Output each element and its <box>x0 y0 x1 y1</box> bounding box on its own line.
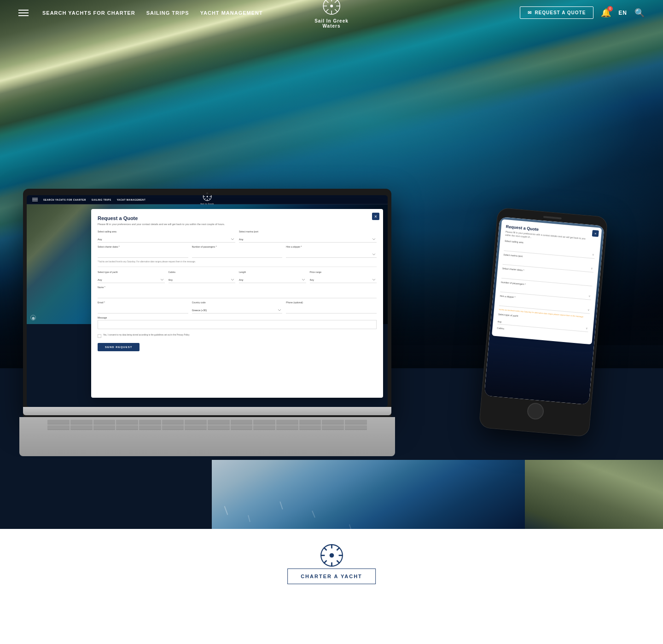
notification-badge: 0 <box>607 6 613 12</box>
modal-description: Please fill in your preferences and your… <box>98 223 377 226</box>
message-textarea[interactable] <box>98 320 377 329</box>
email-label: Email * <box>98 301 188 304</box>
svg-line-27 <box>337 561 339 563</box>
cabins-select[interactable]: Any <box>169 277 236 283</box>
charter-dates-field: Select charter dates * <box>98 245 188 258</box>
svg-line-28 <box>337 547 339 550</box>
modal-close-button[interactable]: × <box>372 213 379 220</box>
laptop-base <box>23 407 391 415</box>
laptop-logo-icon <box>200 195 214 203</box>
phone-label: Phone (optional) <box>286 301 377 304</box>
laptop-camera <box>206 192 208 194</box>
key <box>116 425 138 430</box>
laptop-icon-1: ⬤ <box>30 315 36 320</box>
main-nav: SEARCH YACHTS FOR CHARTER SAILING TRIPS … <box>42 10 263 16</box>
laptop-nav-item-1: SEARCH YACHTS FOR CHARTER <box>43 198 86 201</box>
svg-line-9 <box>326 9 328 12</box>
svg-line-19 <box>204 198 206 200</box>
country-code-field: Country code Greece (+30) <box>192 301 283 313</box>
chevron-down-icon: ∨ <box>588 294 591 297</box>
footer-logo <box>319 543 344 570</box>
passengers-field: Number of passengers * <box>192 245 283 258</box>
white-footer: charter A YacHT <box>0 529 663 644</box>
modal-row-3: Select type of yacht Any Cabins Any <box>98 271 377 283</box>
laptop-screen-inner: SEARCH YACHTS FOR CHARTER SAILING TRIPS … <box>27 195 388 407</box>
sailing-area-label: Select sailing area <box>98 230 235 233</box>
laptop-nav-links: SEARCH YACHTS FOR CHARTER SAILING TRIPS … <box>43 198 145 201</box>
key <box>322 420 344 424</box>
phone-outer: × Request a Quote Please fill in your pr… <box>479 207 608 437</box>
language-selector[interactable]: EN <box>618 10 627 16</box>
key <box>299 420 321 424</box>
price-range-field: Price range Any <box>310 271 377 283</box>
logo-icon <box>322 0 341 17</box>
skipper-select[interactable] <box>286 252 377 258</box>
marina-port-select[interactable]: Any <box>239 237 377 243</box>
modal-consent-row: Yes, I consent to my data being stored a… <box>98 334 377 338</box>
hamburger-menu[interactable] <box>18 10 29 16</box>
passengers-input[interactable] <box>192 252 283 258</box>
send-request-button[interactable]: SEND REQUEST <box>98 343 140 351</box>
notifications-bell[interactable]: 🔔 0 <box>601 8 611 18</box>
cabins-field: Cabins Any <box>169 271 236 283</box>
yacht-type-select[interactable]: Any <box>98 277 165 283</box>
phone-device: × Request a Quote Please fill in your pr… <box>479 207 608 437</box>
price-label: Price range <box>310 271 377 273</box>
phone-modal-close-button[interactable]: × <box>592 230 599 237</box>
svg-point-1 <box>330 5 333 7</box>
request-quote-button[interactable]: ✉ REQUEST A QUOTE <box>520 6 593 19</box>
modal-title: Request a Quote <box>98 215 377 221</box>
email-field: Email * <box>98 301 188 313</box>
bottom-area: ⛵ ⛵ <box>0 460 663 644</box>
charter-dates-input[interactable] <box>98 252 188 258</box>
modal-divider <box>98 267 377 267</box>
nav-search-yachts[interactable]: SEARCH YACHTS FOR CHARTER <box>42 10 135 16</box>
modal-row-4: Name * <box>98 286 377 298</box>
chevron-down-icon: ∨ <box>587 308 589 311</box>
chevron-down-icon: ∨ <box>591 267 593 270</box>
marina-port-label: Select marina /port <box>239 230 377 233</box>
key <box>47 420 70 424</box>
logo-text: Sail In Greek Waters <box>314 18 349 29</box>
envelope-icon: ✉ <box>528 10 532 15</box>
footer-charter-area: charter A YacHT <box>287 569 376 584</box>
key <box>345 425 367 430</box>
sailing-area-select[interactable]: Any <box>98 237 235 243</box>
consent-checkbox[interactable] <box>98 334 101 338</box>
sailing-area-field: Select sailing area Any <box>98 230 235 243</box>
key <box>93 420 116 424</box>
laptop-nav-item-3: YACHT MANAGEMENT <box>117 198 146 201</box>
price-select[interactable]: Any <box>310 277 377 283</box>
laptop-screen-outer: SEARCH YACHTS FOR CHARTER SAILING TRIPS … <box>23 189 391 417</box>
svg-line-29 <box>324 561 326 563</box>
nav-sailing-trips[interactable]: SAILING TRIPS <box>146 10 189 16</box>
phone-input[interactable] <box>286 307 377 313</box>
marina-port-field: Select marina /port Any <box>239 230 377 243</box>
key <box>93 425 116 430</box>
country-code-select[interactable]: Greece (+30) <box>192 307 283 313</box>
laptop-nav-item-2: SAILING TRIPS <box>92 198 111 201</box>
laptop-device: SEARCH YACHTS FOR CHARTER SAILING TRIPS … <box>23 189 391 456</box>
yacht-type-label: Select type of yacht <box>98 271 165 273</box>
key <box>253 425 275 430</box>
key <box>231 420 253 424</box>
phone-home-button[interactable] <box>527 402 545 420</box>
key <box>185 425 207 430</box>
email-input[interactable] <box>98 307 188 313</box>
skipper-label: Hire a skipper * <box>286 245 377 248</box>
nav-yacht-management[interactable]: YACHT MANAGEMENT <box>200 10 263 16</box>
page-wrapper: ⛵ ⛵ ⛵ ⛵ ⛵ ⛵ ⛵ ⛵ 🚤 SEARCH YACHTS FOR CHAR… <box>0 0 663 644</box>
length-select[interactable]: Any <box>239 277 306 283</box>
svg-line-8 <box>335 0 337 3</box>
modal-row-2: Select charter dates * Number of passeng… <box>98 245 377 258</box>
key <box>345 420 367 424</box>
message-label: Message <box>98 316 377 319</box>
laptop-bottom-icons: ⬤ <box>30 315 36 320</box>
footer-charter-button[interactable]: charter A YacHT <box>287 569 376 584</box>
modal-row-1: Select sailing area Any Select marina /p… <box>98 230 377 243</box>
name-input[interactable] <box>98 292 377 298</box>
search-button[interactable]: 🔍 <box>634 8 645 18</box>
logo-area: Sail In Greek Waters <box>314 0 349 29</box>
key <box>253 420 275 424</box>
laptop-nav-left: SEARCH YACHTS FOR CHARTER SAILING TRIPS … <box>32 198 145 201</box>
